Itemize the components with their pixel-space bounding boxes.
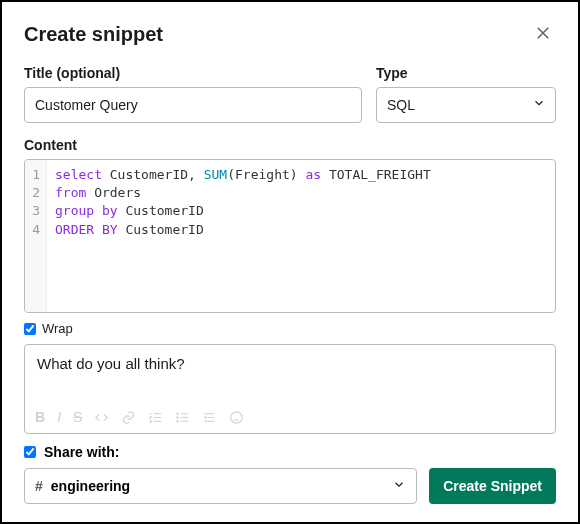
code-icon[interactable] [94,409,109,425]
create-snippet-modal: Create snippet Title (optional) Type SQL… [0,0,580,524]
hash-icon: # [35,478,43,494]
modal-header: Create snippet [24,20,556,49]
title-input[interactable] [24,87,362,123]
share-label: Share with: [44,444,119,460]
channel-name: engineering [51,478,130,494]
share-checkbox[interactable] [24,446,36,458]
channel-select[interactable]: # engineering [24,468,417,504]
footer-row: # engineering Create Snippet [24,468,556,504]
title-type-row: Title (optional) Type SQL [24,65,556,123]
svg-point-1 [177,416,178,417]
unordered-list-icon[interactable] [175,409,190,425]
svg-point-2 [177,420,178,421]
ordered-list-icon[interactable] [148,409,163,425]
line-gutter: 1234 [25,160,47,312]
type-label: Type [376,65,556,81]
close-icon [534,30,552,45]
content-label: Content [24,137,556,153]
title-label: Title (optional) [24,65,362,81]
wrap-row: Wrap [24,321,556,336]
wrap-checkbox[interactable] [24,323,36,335]
svg-point-0 [177,413,178,414]
chevron-down-icon [392,478,406,495]
type-field: Type SQL [376,65,556,123]
close-button[interactable] [530,20,556,49]
svg-point-3 [231,411,242,422]
bold-icon[interactable]: B [35,409,45,425]
message-toolbar: B I S [25,403,555,433]
create-snippet-button[interactable]: Create Snippet [429,468,556,504]
type-select[interactable]: SQL [376,87,556,123]
indent-icon[interactable] [202,409,217,425]
italic-icon[interactable]: I [57,409,61,425]
message-input[interactable]: What do you all think? [25,345,555,403]
strike-icon[interactable]: S [73,409,82,425]
title-field: Title (optional) [24,65,362,123]
code-area[interactable]: select CustomerID, SUM(Freight) as TOTAL… [47,160,555,312]
code-editor[interactable]: 1234 select CustomerID, SUM(Freight) as … [24,159,556,313]
emoji-icon[interactable] [229,409,244,425]
share-row: Share with: [24,444,556,460]
wrap-label: Wrap [42,321,73,336]
link-icon[interactable] [121,409,136,425]
modal-title: Create snippet [24,23,163,46]
message-box: What do you all think? B I S [24,344,556,434]
